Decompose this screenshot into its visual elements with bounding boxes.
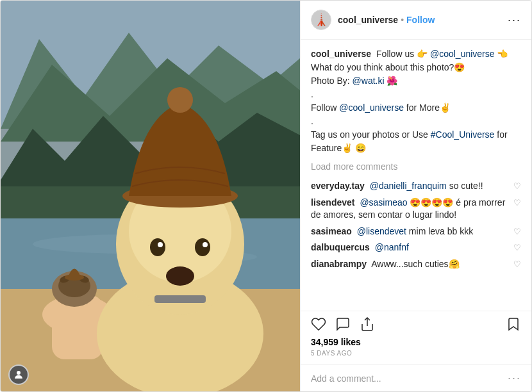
post-right-panel: 🗼 cool_universe • Follow ··· cool_univer… (300, 1, 531, 391)
avatar-icon: 🗼 (314, 13, 328, 27)
comment-heart-1[interactable]: ♡ (513, 197, 521, 209)
caption-line-3: Photo By: @wat.ki 🌺 (311, 76, 397, 86)
comment-row-1: lisendevet @sasimeao 😍😍😍😍 é pra morrer d… (311, 197, 521, 222)
comment-heart-4[interactable]: ♡ (513, 258, 521, 271)
comment-content-4: dianabrampy Awww...such cuties🤗 (311, 258, 508, 271)
comment-content-1: lisendevet @sasimeao 😍😍😍😍 é pra morrer d… (311, 197, 508, 222)
comment-heart-3[interactable]: ♡ (513, 241, 521, 254)
add-comment-input[interactable] (311, 373, 508, 384)
comment-content-3: dalbuquercus @nanfnf (311, 241, 508, 254)
svg-point-26 (167, 87, 193, 113)
caption-line-7: Tag us on your photos or Use #Cool_Unive… (311, 129, 508, 153)
comment-content-2: sasimeao @lisendevet mim leva bb kkk (311, 225, 508, 238)
post-author-avatar[interactable]: 🗼 (311, 10, 331, 30)
comment-button[interactable] (335, 316, 351, 332)
caption-line-1: Follow us 👉 @cool_universe 👈 (376, 49, 508, 59)
header-dot: • (401, 15, 404, 25)
comment-username-2[interactable]: sasimeao (311, 226, 352, 236)
likes-count: 34,959 likes (311, 337, 521, 347)
post-card: 🗼 cool_universe • Follow ··· cool_univer… (0, 0, 532, 392)
caption-line-2: What do you think about this photo?😍 (311, 62, 465, 72)
bookmark-button[interactable] (506, 316, 521, 332)
comment-username-0[interactable]: everyday.tay (311, 181, 365, 191)
comment-text-3: @nanfnf (375, 242, 409, 252)
add-comment-more-button[interactable]: ··· (508, 372, 521, 385)
comment-username-3[interactable]: dalbuquercus (311, 242, 370, 252)
load-more-comments[interactable]: Load more comments (311, 160, 521, 174)
post-author-username[interactable]: cool_universe (338, 15, 398, 25)
more-options-button[interactable]: ··· (508, 13, 521, 27)
comment-row-0: everyday.tay @danielli_franquim so cute!… (311, 180, 521, 193)
comment-heart-0[interactable]: ♡ (513, 180, 521, 193)
comment-row-3: dalbuquercus @nanfnf ♡ (311, 241, 521, 254)
svg-point-20 (166, 266, 194, 286)
add-comment-bar: ··· (301, 364, 531, 391)
current-user-avatar[interactable] (8, 364, 29, 385)
comment-text-0: @danielli_franquim so cute!! (370, 181, 483, 191)
post-header: 🗼 cool_universe • Follow ··· (301, 1, 531, 40)
caption-line-4: . (311, 89, 313, 99)
comment-row-4: dianabrampy Awww...such cuties🤗 ♡ (311, 258, 521, 271)
share-button[interactable] (360, 316, 375, 332)
caption-line-6: . (311, 116, 313, 126)
comment-content-0: everyday.tay @danielli_franquim so cute!… (311, 180, 508, 193)
svg-point-21 (150, 238, 165, 256)
caption-line-5: Follow @cool_universe for More✌ (311, 102, 451, 113)
comment-username-4[interactable]: dianabrampy (311, 259, 367, 269)
svg-point-22 (195, 238, 210, 256)
post-comments-area: cool_universe Follow us 👉 @cool_universe… (301, 40, 531, 311)
action-icons-row (311, 316, 521, 332)
comment-text-2: @lisendevet mim leva bb kkk (357, 226, 474, 236)
svg-point-28 (17, 371, 21, 375)
comment-username-1[interactable]: lisendevet (311, 197, 354, 208)
like-button[interactable] (311, 316, 326, 332)
comment-heart-2[interactable]: ♡ (513, 225, 521, 238)
follow-button[interactable]: Follow (406, 15, 435, 25)
svg-point-24 (203, 242, 208, 247)
comment-row-2: sasimeao @lisendevet mim leva bb kkk ♡ (311, 225, 521, 238)
comment-text-4: Awww...such cuties🤗 (371, 259, 459, 269)
svg-point-23 (158, 242, 163, 247)
post-actions: 34,959 likes 5 DAYS AGO (301, 311, 531, 364)
caption-username[interactable]: cool_universe (311, 49, 371, 59)
post-image (1, 1, 300, 392)
svg-rect-27 (154, 295, 206, 303)
time-ago: 5 DAYS AGO (311, 350, 521, 357)
post-caption: cool_universe Follow us 👉 @cool_universe… (311, 47, 521, 155)
